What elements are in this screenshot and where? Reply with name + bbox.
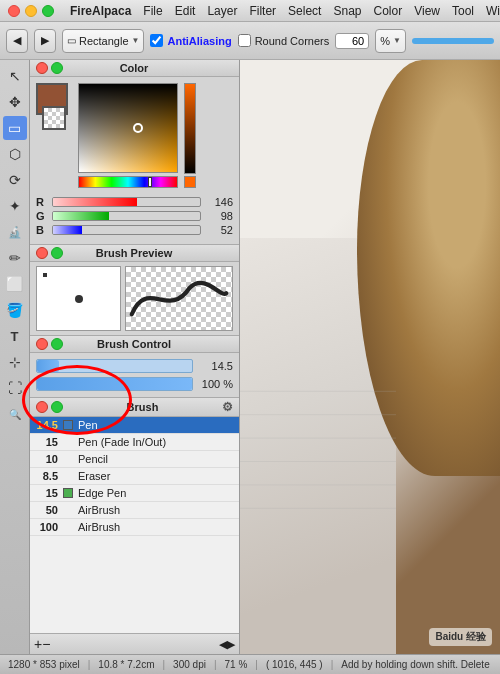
shape-label: Rectangle: [79, 35, 129, 47]
g-slider[interactable]: [52, 211, 201, 221]
brush-preview-title: Brush Preview: [96, 247, 172, 259]
remove-brush-icon[interactable]: −: [42, 636, 50, 652]
brush-list-arrow-right[interactable]: ▶: [227, 638, 235, 651]
menu-edit[interactable]: Edit: [175, 4, 196, 18]
brush-list-toolbar: + − ◀ ▶: [30, 633, 239, 654]
add-brush-icon[interactable]: +: [34, 636, 42, 652]
brush-settings-icon[interactable]: ⚙: [222, 400, 233, 414]
tool-select[interactable]: ⬡: [3, 142, 27, 166]
opacity-slider-row: 100 %: [36, 377, 233, 391]
brush-item-5[interactable]: 50AirBrush: [30, 502, 239, 519]
r-label: R: [36, 196, 48, 208]
tool-fill[interactable]: 🪣: [3, 298, 27, 322]
percent-label: %: [380, 35, 390, 47]
brush-item-4[interactable]: 15Edge Pen: [30, 485, 239, 502]
color-gradient-picker[interactable]: [78, 83, 178, 173]
back-button[interactable]: ◀: [6, 29, 28, 53]
percent-select[interactable]: % ▼: [375, 29, 406, 53]
shape-select[interactable]: ▭ Rectangle ▼: [62, 29, 144, 53]
brush-size-2: 10: [36, 453, 58, 465]
brush-control-expand[interactable]: [51, 338, 63, 350]
background-color-swatch[interactable]: [42, 106, 66, 130]
hue-slider[interactable]: [78, 176, 178, 188]
brush-preview-dot: [75, 295, 83, 303]
brush-color-dot-1: [63, 437, 73, 447]
tool-lasso[interactable]: ⟳: [3, 168, 27, 192]
tool-crop[interactable]: ⛶: [3, 376, 27, 400]
gradient-picker-handle[interactable]: [133, 123, 143, 133]
sep1: |: [88, 659, 91, 670]
brush-name-1: Pen (Fade In/Out): [78, 436, 166, 448]
brush-name-3: Eraser: [78, 470, 110, 482]
brush-item-2[interactable]: 10Pencil: [30, 451, 239, 468]
menu-view[interactable]: View: [414, 4, 440, 18]
hue-indicator: [148, 177, 152, 187]
brush-name-4: Edge Pen: [78, 487, 126, 499]
color-panel-expand[interactable]: [51, 62, 63, 74]
canvas-area[interactable]: Baidu 经验: [240, 60, 500, 654]
color-panel-title: Color: [120, 62, 149, 74]
tool-transform[interactable]: ⊹: [3, 350, 27, 374]
menu-color[interactable]: Color: [373, 4, 402, 18]
sidebar: ↖ ✥ ▭ ⬡ ⟳ ✦ 🔬 ✏ ⬜ 🪣 T ⊹ ⛶ 🔍: [0, 60, 30, 654]
menu-select[interactable]: Select: [288, 4, 321, 18]
rectangle-icon: ▭: [67, 35, 76, 46]
tool-cursor[interactable]: ↖: [3, 64, 27, 88]
brush-list-arrow-left[interactable]: ◀: [219, 638, 227, 651]
brush-item-6[interactable]: 100AirBrush: [30, 519, 239, 536]
menu-file[interactable]: File: [143, 4, 162, 18]
brush-preview-panel: Brush Preview: [30, 245, 239, 336]
tool-zoom[interactable]: 🔍: [3, 402, 27, 426]
r-slider[interactable]: [52, 197, 201, 207]
tool-eraser[interactable]: ⬜: [3, 272, 27, 296]
menu-snap[interactable]: Snap: [333, 4, 361, 18]
rgb-panel: R 146 G 98 B: [30, 194, 239, 244]
sep4: |: [255, 659, 258, 670]
forward-button[interactable]: ▶: [34, 29, 56, 53]
brush-item-3[interactable]: 8.5Eraser: [30, 468, 239, 485]
brush-control-close[interactable]: [36, 338, 48, 350]
menu-wi[interactable]: Wi...: [486, 4, 500, 18]
brush-preview-expand[interactable]: [51, 247, 63, 259]
b-slider[interactable]: [52, 225, 201, 235]
brush-panel-close[interactable]: [36, 401, 48, 413]
status-hint: Add by holding down shift. Delete: [341, 659, 489, 670]
tool-move[interactable]: ✥: [3, 90, 27, 114]
tool-text[interactable]: T: [3, 324, 27, 348]
tool-rectangle[interactable]: ▭: [3, 116, 27, 140]
alpha-slider[interactable]: [184, 83, 196, 174]
antialiasing-checkbox[interactable]: [150, 34, 163, 47]
sep2: |: [163, 659, 166, 670]
b-fill: [53, 226, 82, 234]
menu-tool[interactable]: Tool: [452, 4, 474, 18]
right-arrow-icon: ▶: [41, 34, 49, 47]
r-fill: [53, 198, 137, 206]
main-area: ↖ ✥ ▭ ⬡ ⟳ ✦ 🔬 ✏ ⬜ 🪣 T ⊹ ⛶ 🔍 Color: [0, 60, 500, 654]
brush-item-0[interactable]: 14.5Pen: [30, 417, 239, 434]
tool-magic-wand[interactable]: ✦: [3, 194, 27, 218]
brush-name-5: AirBrush: [78, 504, 120, 516]
tool-pen[interactable]: ✏: [3, 246, 27, 270]
close-button[interactable]: [8, 5, 20, 17]
brush-preview-close-buttons: [36, 247, 63, 259]
brush-item-1[interactable]: 15Pen (Fade In/Out): [30, 434, 239, 451]
brush-preview-close[interactable]: [36, 247, 48, 259]
opacity-slider[interactable]: [36, 377, 193, 391]
brush-stroke-preview: [125, 266, 233, 331]
brush-name-6: AirBrush: [78, 521, 120, 533]
menu-layer[interactable]: Layer: [207, 4, 237, 18]
b-value: 52: [205, 224, 233, 236]
brush-control-header: Brush Control: [30, 336, 239, 353]
round-corners-value[interactable]: 60: [335, 33, 369, 49]
menu-filter[interactable]: Filter: [249, 4, 276, 18]
size-slider[interactable]: [36, 359, 193, 373]
round-corners-checkbox[interactable]: [238, 34, 251, 47]
tool-eyedropper[interactable]: 🔬: [3, 220, 27, 244]
brush-panel-expand[interactable]: [51, 401, 63, 413]
status-physical: 10.8 * 7.2cm: [98, 659, 154, 670]
minimize-button[interactable]: [25, 5, 37, 17]
maximize-button[interactable]: [42, 5, 54, 17]
color-panel-close[interactable]: [36, 62, 48, 74]
chevron-down-icon-2: ▼: [393, 36, 401, 45]
panel-area: Color: [30, 60, 240, 654]
